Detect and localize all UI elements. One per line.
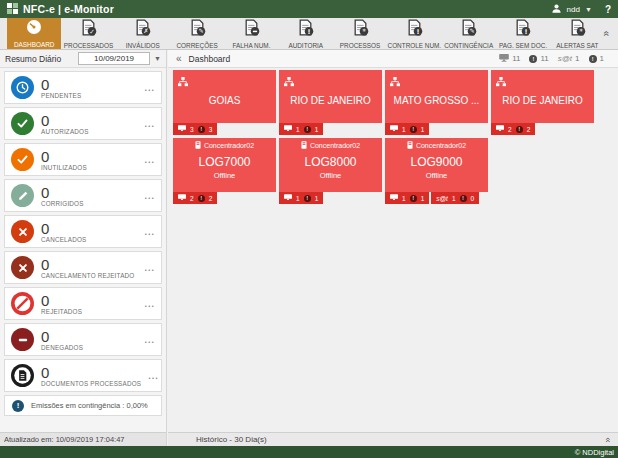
tab-label: INVÁLIDOS [126,42,160,49]
tab-processos[interactable]: * PROCESSOS [333,18,387,49]
contingency-note: ! Emissões em contingência : 0,00% [4,395,162,416]
tab-label: DASHBOARD [14,41,54,48]
svg-text:!: ! [416,27,419,35]
history-label: Histórico - 30 Dia(s) [196,435,267,444]
card-label: DENEGADOS [41,345,137,352]
state-tile-rio-de-janeiro[interactable]: RIO DE JANEIRO [279,70,382,123]
badge-value: 1 [296,126,300,133]
doc-edit-icon: ✎ [189,19,206,40]
card-menu-button[interactable] [144,299,155,309]
doc-x-icon: ✗ [134,19,151,40]
card-menu-button[interactable] [144,155,155,165]
summary-card-cancelados: 0 CANCELADOS [4,215,162,248]
card-menu-button[interactable] [144,263,155,273]
summary-card-autorizados: 0 AUTORIZADOS [4,107,162,140]
state-tile-rio-de-janeiro-2[interactable]: RIO DE JANEIRO [491,70,594,123]
card-menu-button[interactable] [148,371,159,381]
collapse-history-icon[interactable]: « [602,437,612,442]
minus-icon [11,328,34,351]
tab-falha-num[interactable]: FALHA NUM. [224,18,278,49]
monitor-icon [496,125,504,133]
tab-correcoes[interactable]: ✎ CORREÇÕES [170,18,224,49]
card-menu-button[interactable] [144,335,155,345]
tab-label: ALERTAS SAT [556,42,598,49]
tile-title: GOIAS [175,95,274,106]
doc-edit-icon: ✎ [460,19,477,40]
server-tile-log9000[interactable]: Concentrador02 LOG9000 Offline [385,138,488,192]
main-header: « Dashboard 11 ! 11 s@t 1 ! 1 [168,50,618,68]
history-bar[interactable]: Histórico - 30 Dia(s) « [168,432,618,446]
state-tile-goias[interactable]: GOIAS [173,70,276,123]
monitor-icon [499,54,509,64]
check-icon [11,148,34,171]
tile-badge: 1 ! 1 [279,123,323,135]
date-select[interactable]: 10/09/2019 [78,52,150,65]
badge-value: 1 [421,126,425,133]
app-window: NFC-e | e-Monitor ndd ▼ ? DASHBOARD ✓ PR… [0,0,618,458]
card-label: INUTILIZADOS [41,165,137,172]
summary-card-cancelamento-rejeitado: 0 CANCELAMENTO REJEITADO [4,251,162,284]
user-menu[interactable]: ndd ▼ ? [551,0,611,18]
prohibited-icon [11,292,34,315]
tile-title: LOG8000 [279,155,382,169]
monitor-icon [390,194,398,202]
badge-value: 1 [315,126,319,133]
tiles-area: GOIAS 3 ! 3 RIO DE JANEIRO [168,68,618,209]
collapse-toolbar-icon[interactable]: « [602,31,613,37]
tab-pag-sem-doc[interactable]: ! PAG. SEM DOC. [496,18,550,49]
help-button[interactable]: ? [605,4,611,15]
tab-alertas-sat[interactable]: * ALERTAS SAT [550,18,604,49]
svg-text:✓: ✓ [89,27,95,35]
badge-value: 1 [296,195,300,202]
badge-value: 3 [209,126,213,133]
tab-controle-num[interactable]: ! CONTROLE NUM. [387,18,441,49]
main-panel: « Dashboard 11 ! 11 s@t 1 ! 1 GOIAS [168,50,618,446]
org-tree-icon [390,73,400,91]
card-menu-button[interactable] [144,191,155,201]
sat-icon: s@t [436,195,448,202]
app-title: NFC-e | e-Monitor [23,3,114,15]
server-tile-log8000[interactable]: Concentrador02 LOG8000 Offline [279,138,382,192]
tab-dashboard[interactable]: DASHBOARD [7,18,61,49]
tab-processados[interactable]: ✓ PROCESSADOS [61,18,115,49]
card-menu-button[interactable] [144,227,155,237]
state-tile-mato-grosso[interactable]: MATO GROSSO ... [385,70,488,123]
sidebar-title: Resumo Diário [5,54,74,64]
card-menu-button[interactable] [144,83,155,93]
clock-icon [11,76,34,99]
tile-title: RIO DE JANEIRO [281,95,380,106]
tab-contingencia[interactable]: ✎ CONTINGÊNCIA [442,18,496,49]
card-value: 0 [41,257,137,273]
sidebar-header: Resumo Diário 10/09/2019 ▼ [0,50,166,68]
monitor-icon [284,194,292,202]
tab-invalidos[interactable]: ✗ INVÁLIDOS [116,18,170,49]
card-label: AUTORIZADOS [41,129,137,136]
server-tile-log7000[interactable]: Concentrador02 LOG7000 Offline [173,138,276,192]
copyright: © NDDigital [575,448,614,457]
tile-badge: 2 ! 2 [173,192,217,204]
updated-status: Atualizado em: 10/09/2019 17:04:47 [0,432,166,446]
collapse-sidebar-icon[interactable]: « [176,53,182,64]
card-menu-button[interactable] [144,119,155,129]
tile-title: LOG7000 [173,155,276,169]
card-value: 0 [41,329,137,345]
tab-auditoria[interactable]: ! AUDITORIA [279,18,333,49]
tab-label: PAG. SEM DOC. [499,42,547,49]
chevron-down-icon[interactable]: ▼ [154,55,161,62]
check-icon [11,112,34,135]
svg-text:!: ! [525,27,528,35]
sat-icon: s@t [558,54,572,63]
alert-circle-icon: ! [304,126,311,133]
card-value: 0 [41,113,137,129]
doc-check-icon: ✓ [80,19,97,40]
doc-minus-icon [243,19,260,40]
badge-value: 3 [190,126,194,133]
badge-value: 1 [402,195,406,202]
tile-badge: 1 ! 1 [385,192,429,204]
tile-badge-sat: s@t 1 ! 0 [431,192,479,204]
alert-circle-icon: ! [460,195,467,202]
summary-card-documentos-processados: 0 DOCUMENTOS PROCESSADOS [4,359,162,392]
chevron-down-icon: ▼ [585,6,592,13]
alert-circle-icon: ! [410,126,417,133]
svg-text:✗: ✗ [144,27,149,34]
